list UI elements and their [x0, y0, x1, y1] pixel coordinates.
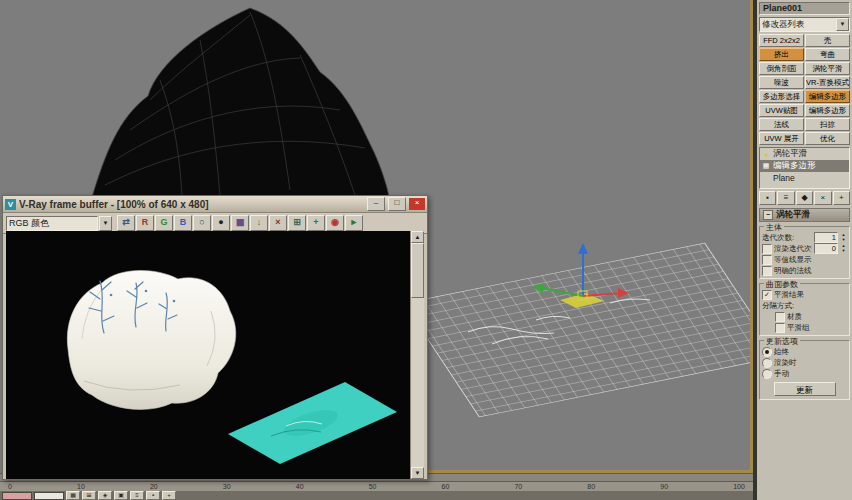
manually-radio[interactable] [762, 369, 772, 379]
modifier-list-arrow-icon[interactable]: ▼ [836, 18, 849, 31]
stack-item-edit-poly[interactable]: ▦ 编辑多边形 [760, 160, 849, 172]
maxscript-mini-listener[interactable] [34, 492, 64, 500]
modifier-button-bend[interactable]: 弯曲 [805, 48, 850, 61]
monochrome-button[interactable]: ○ [193, 215, 211, 231]
modifier-button-vray-displacement[interactable]: VR-置换模式 [805, 76, 850, 89]
stack-item-label: 涡轮平滑 [773, 148, 807, 160]
always-radio[interactable] [762, 347, 772, 357]
save-image-button[interactable]: ↓ [250, 215, 268, 231]
modifier-button-unwrap-uvw[interactable]: UVW 展开 [759, 132, 804, 145]
maximize-button[interactable]: □ [388, 197, 406, 211]
surface-parameters-group: 曲面参数 ✓ 平滑结果 分隔方式: 材质 平滑组 [759, 283, 850, 336]
render-last-button[interactable]: ► [345, 215, 363, 231]
close-button[interactable]: × [409, 198, 425, 210]
frame-tick: 30 [223, 482, 231, 491]
modifier-button-noise[interactable]: 噪波 [759, 76, 804, 89]
object-name-field[interactable]: Plane001 [759, 2, 850, 15]
iterations-field[interactable]: 1 [814, 232, 838, 243]
smoothing-groups-label: 平滑组 [787, 323, 847, 333]
vfb-scrollbar[interactable]: ▲ ▼ [410, 231, 424, 479]
status-icon-5[interactable]: ≡ [130, 491, 144, 500]
configure-modifier-sets-button[interactable]: + [833, 191, 850, 205]
modifier-list-dropdown[interactable]: 修改器列表 ▼ [759, 17, 850, 32]
modifier-button-turbosmooth[interactable]: 涡轮平滑 [805, 62, 850, 75]
stack-item-turbosmooth[interactable]: ● 涡轮平滑 [760, 148, 849, 160]
modifier-button-bevel-profile[interactable]: 倒角剖面 [759, 62, 804, 75]
modifier-button-extrude[interactable]: 挤出 [759, 48, 804, 61]
frame-tick: 40 [296, 482, 304, 491]
modifier-button-poly-select[interactable]: 多边形选择 [759, 90, 804, 103]
status-icon-6[interactable]: ▪ [146, 491, 160, 500]
plane-object-grid[interactable] [404, 243, 753, 417]
channel-dropdown[interactable]: RGB 颜色 [6, 216, 98, 231]
render-iters-spinner[interactable]: ▲▼ [840, 243, 847, 254]
status-icon-2[interactable]: ⊞ [82, 491, 96, 500]
remove-modifier-button[interactable]: × [814, 191, 831, 205]
modifier-icon: ▦ [762, 162, 770, 170]
group-title: 曲面参数 [764, 279, 800, 290]
green-channel-button[interactable]: G [155, 215, 173, 231]
modifier-button-ffd2x2x2[interactable]: FFD 2x2x2 [759, 34, 804, 47]
turbosmooth-rollout-header[interactable]: − 涡轮平滑 [759, 208, 850, 222]
render-iters-checkbox[interactable] [762, 244, 772, 254]
modifier-stack: ● 涡轮平滑 ▦ 编辑多边形 Plane [759, 147, 850, 189]
region-render-button[interactable]: ◉ [326, 215, 344, 231]
color-correction-button[interactable]: ▦ [231, 215, 249, 231]
render-canvas[interactable] [6, 231, 413, 479]
bulb-icon[interactable]: ● [762, 151, 770, 158]
update-button[interactable]: 更新 [774, 382, 836, 396]
modifier-button-edit-poly-2[interactable]: 编辑多边形 [805, 104, 850, 117]
status-icon-3[interactable]: ◈ [98, 491, 112, 500]
group-title: 更新选项 [764, 336, 800, 347]
duplicate-buffer-button[interactable]: ⊞ [288, 215, 306, 231]
modifier-button-edit-poly[interactable]: 编辑多边形 [805, 90, 850, 103]
red-channel-button[interactable]: R [136, 215, 154, 231]
swap-buffers-button[interactable]: ⇄ [117, 215, 135, 231]
always-label: 始终 [774, 347, 847, 357]
alpha-channel-button[interactable]: ● [212, 215, 230, 231]
stack-item-label: Plane [773, 173, 795, 183]
pin-stack-button[interactable]: ▪ [759, 191, 776, 205]
status-icon-1[interactable]: ▦ [66, 491, 80, 500]
minimize-button[interactable]: – [367, 197, 385, 211]
iterations-spinner[interactable]: ▲▼ [840, 232, 847, 243]
modifier-button-normal[interactable]: 法线 [759, 118, 804, 131]
explicit-normals-checkbox[interactable] [762, 266, 772, 276]
modifier-button-uvw-map[interactable]: UVW贴图 [759, 104, 804, 117]
status-bar: ▦ ⊞ ◈ ▣ ≡ ▪ + [0, 491, 753, 500]
maxscript-mini-listener[interactable] [2, 492, 32, 500]
materials-checkbox[interactable] [775, 312, 785, 322]
pillow-mesh-object[interactable] [92, 8, 389, 197]
when-rendering-radio[interactable] [762, 358, 772, 368]
vfb-title-bar[interactable]: V V-Ray frame buffer - [100% of 640 x 48… [3, 196, 427, 213]
scroll-up-icon[interactable]: ▲ [411, 231, 424, 243]
status-icon-7[interactable]: + [162, 491, 176, 500]
clear-image-button[interactable]: × [269, 215, 287, 231]
scroll-down-icon[interactable]: ▼ [411, 467, 424, 479]
render-iters-field[interactable]: 0 [814, 243, 838, 254]
frame-tick: 50 [369, 482, 377, 491]
modifier-button-optimize[interactable]: 优化 [805, 132, 850, 145]
scrollbar-thumb[interactable] [411, 243, 424, 298]
isoline-checkbox[interactable] [762, 255, 772, 265]
pillow-render [67, 270, 235, 409]
show-end-result-button[interactable]: ≡ [777, 191, 794, 205]
stack-item-plane[interactable]: Plane [760, 172, 849, 184]
frame-tick: 20 [150, 482, 158, 491]
smooth-result-checkbox[interactable]: ✓ [762, 290, 772, 300]
frame-tick: 60 [442, 482, 450, 491]
collapse-icon[interactable]: − [763, 210, 773, 220]
vray-frame-buffer-window[interactable]: V V-Ray frame buffer - [100% of 640 x 48… [2, 195, 428, 480]
make-unique-button[interactable]: ◆ [796, 191, 813, 205]
frame-tick: 10 [77, 482, 85, 491]
modifier-button-set: FFD 2x2x2 壳 挤出 弯曲 倒角剖面 涡轮平滑 噪波 VR-置换模式 多… [759, 34, 850, 145]
status-icon-4[interactable]: ▣ [114, 491, 128, 500]
track-mouse-button[interactable]: + [307, 215, 325, 231]
modifier-button-shell[interactable]: 壳 [805, 34, 850, 47]
channel-dropdown-arrow-icon[interactable]: ▼ [99, 216, 112, 231]
smoothing-groups-checkbox[interactable] [775, 323, 785, 333]
track-bar[interactable]: 0 10 20 30 40 50 60 70 80 90 100 [0, 481, 753, 491]
smooth-result-label: 平滑结果 [774, 290, 847, 300]
blue-channel-button[interactable]: B [174, 215, 192, 231]
modifier-button-sweep[interactable]: 扫掠 [805, 118, 850, 131]
